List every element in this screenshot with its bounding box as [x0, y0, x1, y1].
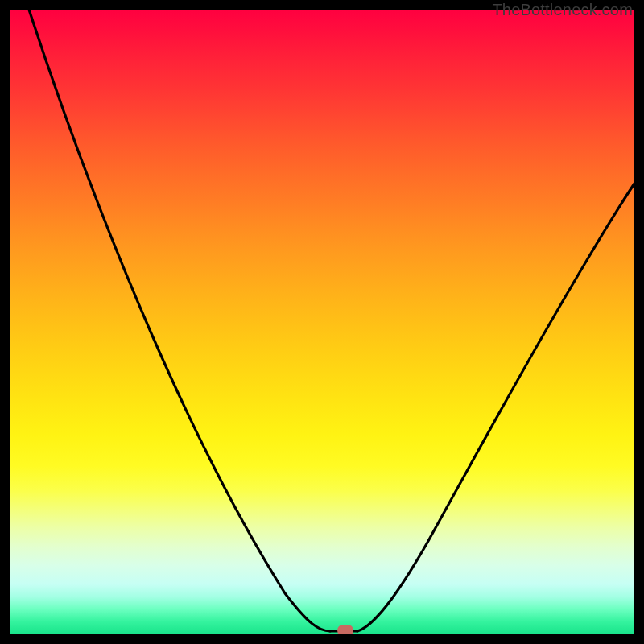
chart-frame: TheBottleneck.com — [0, 0, 644, 644]
plot-area — [10, 10, 634, 634]
watermark-text: TheBottleneck.com — [492, 1, 633, 19]
curve-left-branch — [29, 10, 330, 631]
curve-right-branch — [357, 184, 634, 631]
curve-layer — [10, 10, 634, 634]
optimum-marker — [337, 625, 353, 634]
